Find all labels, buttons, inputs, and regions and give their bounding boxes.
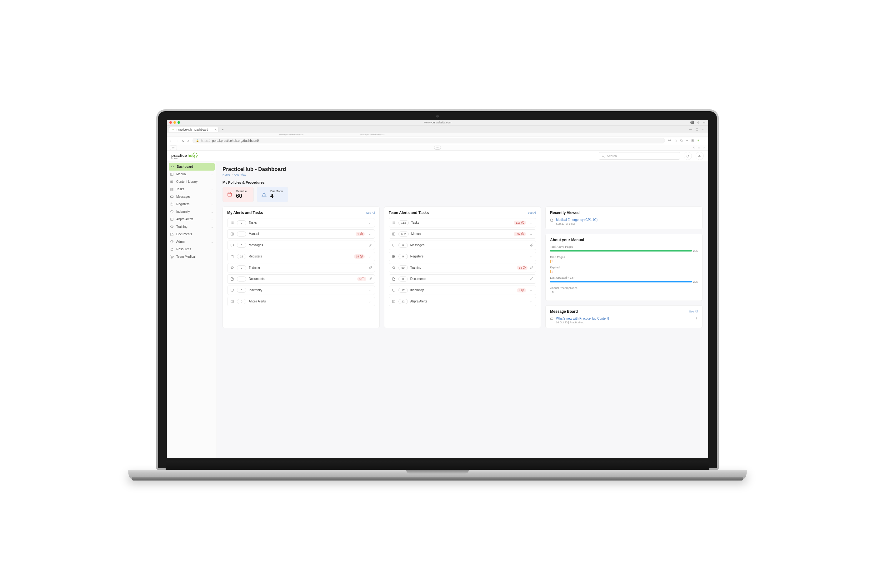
msg-item-more-icon[interactable]: ⋮ bbox=[695, 317, 698, 321]
chevron-down-icon[interactable]: ⌄ bbox=[528, 300, 533, 303]
bookmark-item[interactable]: IP bbox=[170, 145, 177, 150]
app-logo[interactable]: practicehub҉ by avant bbox=[171, 153, 198, 159]
my-alert-row-indemnity[interactable]: 0Indemnity⌄ bbox=[227, 286, 375, 295]
kpi-overdue[interactable]: Overdue 60 bbox=[222, 187, 254, 202]
chevron-down-icon[interactable]: ⌄ bbox=[528, 255, 533, 258]
os-tab-icon[interactable]: ▭ bbox=[703, 121, 705, 124]
team-alert-row-training[interactable]: 59Training54 i bbox=[389, 263, 537, 273]
chevron-down-icon[interactable]: ⌄ bbox=[528, 232, 533, 236]
link-icon[interactable] bbox=[369, 243, 372, 247]
sidebar-item-team-medical[interactable]: Team Medical bbox=[167, 253, 216, 261]
my-alert-row-manual[interactable]: 5Manual1 i⌄ bbox=[227, 230, 375, 239]
nav-refresh-icon[interactable]: ↻ bbox=[182, 139, 185, 142]
nav-back-icon[interactable]: ← bbox=[170, 139, 173, 142]
my-alert-row-documents[interactable]: 5Documents5 i bbox=[227, 274, 375, 284]
my-alert-row-tasks[interactable]: 0Tasks⌄ bbox=[227, 218, 375, 228]
sidebar-item-messages[interactable]: Messages bbox=[167, 193, 216, 201]
breadcrumb-home[interactable]: Home bbox=[222, 173, 230, 176]
collections-icon[interactable]: ✧ bbox=[686, 139, 688, 142]
recent-item[interactable]: Medical Emergency (GP1.1C) Sep 27, at 14… bbox=[550, 218, 698, 225]
my-alert-row-registers[interactable]: 15Registers15 i⌄ bbox=[227, 252, 375, 261]
chevron-down-icon[interactable]: ⌄ bbox=[367, 255, 372, 258]
browser-min-icon[interactable]: — bbox=[689, 128, 692, 131]
os-menu-icon[interactable]: ⊙ bbox=[697, 121, 700, 124]
kpi-overdue-label: Overdue bbox=[236, 190, 247, 193]
count-pill: 0 bbox=[237, 299, 246, 304]
reader-icon[interactable]: Aᴀ bbox=[668, 139, 671, 142]
sidebar-item-content-library[interactable]: Content Library bbox=[167, 178, 216, 186]
user-avatar-button[interactable]: JL bbox=[696, 152, 704, 160]
bkm-card-icon[interactable]: ▭ bbox=[698, 146, 700, 149]
sidebar-item-dashboard[interactable]: Dashboard bbox=[169, 163, 215, 171]
team-alert-row-messages[interactable]: 0Messages bbox=[389, 241, 537, 250]
my-alert-row-ahpra-alerts[interactable]: 0Ahpra Alerts⌄ bbox=[227, 297, 375, 306]
see-all-msg-board[interactable]: See All bbox=[689, 310, 698, 313]
chevron-down-icon: ⌄ bbox=[211, 218, 213, 221]
panel-team-alerts-title: Team Alerts and Tasks bbox=[389, 211, 429, 215]
link-icon[interactable] bbox=[369, 266, 372, 269]
team-alert-row-tasks[interactable]: 113Tasks113 i⌄ bbox=[389, 218, 537, 228]
chevron-down-icon[interactable]: ⌄ bbox=[528, 288, 533, 292]
sidebar-item-documents[interactable]: Documents bbox=[167, 231, 216, 238]
kpi-due-soon[interactable]: Due Soon 4 bbox=[257, 187, 288, 202]
count-pill: 5 bbox=[237, 276, 246, 282]
search-input[interactable]: Search bbox=[599, 152, 680, 160]
team-alert-row-documents[interactable]: 0Documents bbox=[389, 274, 537, 284]
see-all-my-alerts[interactable]: See All bbox=[366, 211, 375, 214]
sidebar-icon[interactable]: ⧉ bbox=[680, 139, 683, 142]
my-alert-row-messages[interactable]: 0Messages bbox=[227, 241, 375, 250]
team-alert-row-indemnity[interactable]: 17Indemnity4 i⌄ bbox=[389, 286, 537, 295]
book-icon bbox=[170, 172, 174, 176]
link-icon[interactable] bbox=[530, 277, 533, 280]
svg-point-10 bbox=[172, 220, 172, 220]
app-sidebar: DashboardManual⌄Content LibraryTasks⌄Mes… bbox=[167, 162, 217, 458]
traffic-lights[interactable] bbox=[170, 121, 180, 124]
my-alert-row-training[interactable]: 0Training bbox=[227, 263, 375, 273]
link-icon[interactable] bbox=[369, 277, 372, 280]
star-icon[interactable]: ☆ bbox=[674, 139, 677, 142]
metric-value: 0 bbox=[550, 291, 698, 294]
doc-icon bbox=[550, 218, 554, 222]
team-alert-row-ahpra-alerts[interactable]: 12Ahpra Alerts⌄ bbox=[389, 297, 537, 306]
svg-point-27 bbox=[232, 302, 233, 302]
alert-row-label: Manual bbox=[249, 232, 353, 236]
os-avatar[interactable] bbox=[690, 121, 694, 124]
sidebar-item-manual[interactable]: Manual⌄ bbox=[167, 171, 216, 178]
sidebar-item-label: Registers bbox=[176, 202, 189, 206]
sidebar-item-tasks[interactable]: Tasks⌄ bbox=[167, 186, 216, 193]
team-alert-row-manual[interactable]: 632Manual597 i⌄ bbox=[389, 230, 537, 239]
message-board-item[interactable]: What's new with PracticeHub Content! 09 … bbox=[550, 317, 698, 324]
sidebar-item-registers[interactable]: Registers⌄ bbox=[167, 201, 216, 208]
browser-max-icon[interactable]: ▢ bbox=[696, 128, 698, 131]
sidebar-item-training[interactable]: Training⌄ bbox=[167, 223, 216, 231]
count-pill: 5 bbox=[237, 231, 246, 237]
chevron-down-icon[interactable]: ⌄ bbox=[528, 221, 533, 224]
ext-puzzle-icon[interactable]: ✶ bbox=[697, 139, 699, 142]
team-alert-row-registers[interactable]: 0Registers⌄ bbox=[389, 252, 537, 261]
browser-tab-active[interactable]: ✶ PracticeHub - Dashboard × bbox=[169, 127, 219, 132]
notifications-button[interactable] bbox=[684, 152, 692, 160]
warn-pill: 597 i bbox=[514, 232, 526, 236]
sidebar-item-resources[interactable]: Resources bbox=[167, 246, 216, 253]
more-icon[interactable]: ⋯ bbox=[702, 139, 705, 142]
address-field[interactable]: 🔒 https:// portal.practicehub.org/dashbo… bbox=[192, 138, 665, 143]
chevron-down-icon[interactable]: ⌄ bbox=[367, 221, 372, 224]
extensions-icon[interactable]: ⊞ bbox=[691, 139, 694, 142]
sidebar-item-indemnity[interactable]: Indemnity⌄ bbox=[167, 208, 216, 216]
new-tab-button[interactable]: + bbox=[220, 127, 225, 132]
sidebar-item-ahpra-alerts[interactable]: Ahpra Alerts⌄ bbox=[167, 216, 216, 223]
sidebar-item-admin[interactable]: Admin⌄ bbox=[167, 238, 216, 246]
link-icon[interactable] bbox=[530, 266, 533, 269]
bkm-more-icon[interactable]: ⤢ bbox=[703, 146, 705, 149]
bkm-shield-icon[interactable]: ⋯ bbox=[434, 146, 441, 150]
chevron-down-icon[interactable]: ⌄ bbox=[367, 232, 372, 236]
bkm-gear-icon[interactable]: ⚙ bbox=[693, 146, 695, 149]
browser-close-icon[interactable]: × bbox=[702, 128, 704, 131]
nav-forward-icon[interactable]: → bbox=[176, 139, 179, 142]
tab-close-icon[interactable]: × bbox=[215, 128, 216, 131]
chevron-down-icon[interactable]: ⌄ bbox=[367, 300, 372, 303]
link-icon[interactable] bbox=[530, 243, 533, 247]
see-all-team-alerts[interactable]: See All bbox=[527, 211, 536, 214]
nav-home-icon[interactable]: ⌂ bbox=[188, 139, 189, 142]
chevron-down-icon[interactable]: ⌄ bbox=[367, 288, 372, 292]
